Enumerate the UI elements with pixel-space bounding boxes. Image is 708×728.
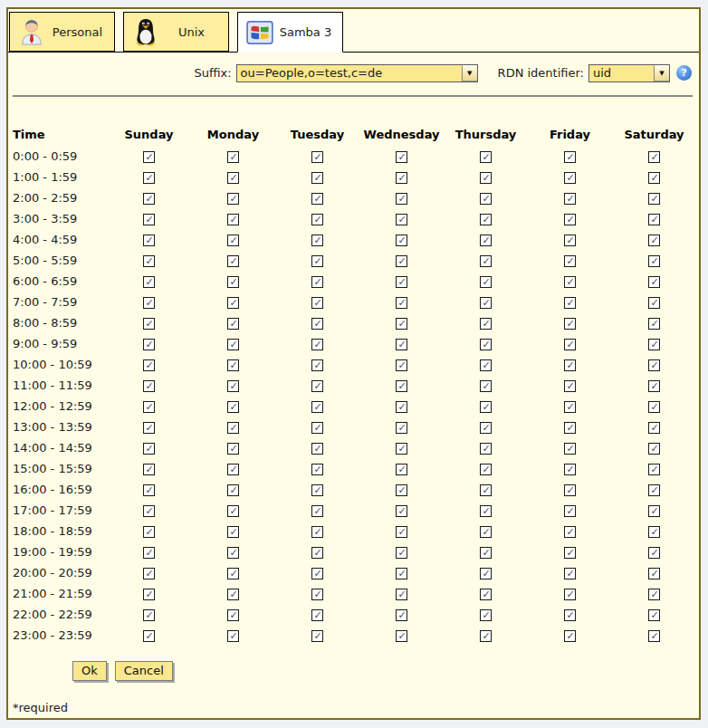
timegrid-checkbox[interactable] xyxy=(143,318,155,330)
timegrid-checkbox[interactable] xyxy=(227,401,239,413)
timegrid-checkbox[interactable] xyxy=(480,422,492,434)
timegrid-checkbox[interactable] xyxy=(227,151,239,163)
rdn-select[interactable]: uid ▼ xyxy=(588,64,670,82)
timegrid-checkbox[interactable] xyxy=(311,464,323,475)
timegrid-checkbox[interactable] xyxy=(648,589,660,600)
timegrid-checkbox[interactable] xyxy=(396,193,407,205)
timegrid-checkbox[interactable] xyxy=(396,235,407,246)
timegrid-checkbox[interactable] xyxy=(564,630,576,642)
timegrid-checkbox[interactable] xyxy=(480,297,492,309)
timegrid-checkbox[interactable] xyxy=(311,630,323,642)
timegrid-checkbox[interactable] xyxy=(480,443,492,455)
timegrid-checkbox[interactable] xyxy=(480,464,492,475)
chevron-down-icon[interactable]: ▼ xyxy=(654,65,669,81)
timegrid-checkbox[interactable] xyxy=(564,172,576,184)
timegrid-checkbox[interactable] xyxy=(311,484,323,496)
timegrid-checkbox[interactable] xyxy=(143,339,155,350)
timegrid-checkbox[interactable] xyxy=(480,193,492,205)
timegrid-checkbox[interactable] xyxy=(564,193,576,205)
timegrid-checkbox[interactable] xyxy=(480,255,492,267)
timegrid-checkbox[interactable] xyxy=(396,276,407,288)
help-icon[interactable]: ? xyxy=(676,65,692,81)
timegrid-checkbox[interactable] xyxy=(396,589,407,600)
timegrid-checkbox[interactable] xyxy=(480,505,492,517)
timegrid-checkbox[interactable] xyxy=(564,401,576,413)
timegrid-checkbox[interactable] xyxy=(648,630,660,642)
timegrid-checkbox[interactable] xyxy=(143,630,155,642)
timegrid-checkbox[interactable] xyxy=(311,443,323,455)
timegrid-checkbox[interactable] xyxy=(311,276,323,288)
timegrid-checkbox[interactable] xyxy=(396,359,407,371)
timegrid-checkbox[interactable] xyxy=(480,151,492,163)
timegrid-checkbox[interactable] xyxy=(648,526,660,538)
timegrid-checkbox[interactable] xyxy=(648,276,660,288)
timegrid-checkbox[interactable] xyxy=(311,505,323,517)
timegrid-checkbox[interactable] xyxy=(396,526,407,538)
timegrid-checkbox[interactable] xyxy=(648,235,660,246)
timegrid-checkbox[interactable] xyxy=(564,422,576,434)
timegrid-checkbox[interactable] xyxy=(480,359,492,371)
timegrid-checkbox[interactable] xyxy=(564,589,576,600)
timegrid-checkbox[interactable] xyxy=(396,422,407,434)
timegrid-checkbox[interactable] xyxy=(227,505,239,517)
timegrid-checkbox[interactable] xyxy=(143,568,155,580)
timegrid-checkbox[interactable] xyxy=(227,235,239,246)
timegrid-checkbox[interactable] xyxy=(648,297,660,309)
timegrid-checkbox[interactable] xyxy=(311,568,323,580)
timegrid-checkbox[interactable] xyxy=(227,484,239,496)
tab-unix[interactable]: Unix xyxy=(123,12,229,52)
timegrid-checkbox[interactable] xyxy=(311,547,323,559)
timegrid-checkbox[interactable] xyxy=(564,505,576,517)
ok-button[interactable]: Ok xyxy=(72,661,107,681)
timegrid-checkbox[interactable] xyxy=(480,568,492,580)
timegrid-checkbox[interactable] xyxy=(396,151,407,163)
timegrid-checkbox[interactable] xyxy=(648,547,660,559)
timegrid-checkbox[interactable] xyxy=(143,359,155,371)
timegrid-checkbox[interactable] xyxy=(648,380,660,392)
timegrid-checkbox[interactable] xyxy=(311,172,323,184)
timegrid-checkbox[interactable] xyxy=(480,526,492,538)
timegrid-checkbox[interactable] xyxy=(227,297,239,309)
timegrid-checkbox[interactable] xyxy=(311,339,323,350)
timegrid-checkbox[interactable] xyxy=(564,359,576,371)
timegrid-checkbox[interactable] xyxy=(648,359,660,371)
timegrid-checkbox[interactable] xyxy=(396,380,407,392)
timegrid-checkbox[interactable] xyxy=(143,214,155,225)
timegrid-checkbox[interactable] xyxy=(143,235,155,246)
cancel-button[interactable]: Cancel xyxy=(115,661,173,681)
timegrid-checkbox[interactable] xyxy=(311,526,323,538)
timegrid-checkbox[interactable] xyxy=(648,609,660,621)
timegrid-checkbox[interactable] xyxy=(311,297,323,309)
timegrid-checkbox[interactable] xyxy=(480,339,492,350)
timegrid-checkbox[interactable] xyxy=(564,276,576,288)
timegrid-checkbox[interactable] xyxy=(648,443,660,455)
timegrid-checkbox[interactable] xyxy=(227,630,239,642)
timegrid-checkbox[interactable] xyxy=(564,318,576,330)
suffix-select[interactable]: ou=People,o=test,c=de ▼ xyxy=(236,64,478,82)
timegrid-checkbox[interactable] xyxy=(480,401,492,413)
timegrid-checkbox[interactable] xyxy=(648,193,660,205)
timegrid-checkbox[interactable] xyxy=(311,422,323,434)
timegrid-checkbox[interactable] xyxy=(564,526,576,538)
timegrid-checkbox[interactable] xyxy=(564,609,576,621)
timegrid-checkbox[interactable] xyxy=(227,172,239,184)
timegrid-checkbox[interactable] xyxy=(396,630,407,642)
timegrid-checkbox[interactable] xyxy=(564,339,576,350)
timegrid-checkbox[interactable] xyxy=(648,339,660,350)
timegrid-checkbox[interactable] xyxy=(143,151,155,163)
timegrid-checkbox[interactable] xyxy=(311,214,323,225)
timegrid-checkbox[interactable] xyxy=(396,609,407,621)
timegrid-checkbox[interactable] xyxy=(311,609,323,621)
timegrid-checkbox[interactable] xyxy=(480,235,492,246)
timegrid-checkbox[interactable] xyxy=(227,568,239,580)
timegrid-checkbox[interactable] xyxy=(396,255,407,267)
timegrid-checkbox[interactable] xyxy=(227,589,239,600)
timegrid-checkbox[interactable] xyxy=(311,318,323,330)
timegrid-checkbox[interactable] xyxy=(227,464,239,475)
timegrid-checkbox[interactable] xyxy=(227,526,239,538)
timegrid-checkbox[interactable] xyxy=(564,484,576,496)
timegrid-checkbox[interactable] xyxy=(227,339,239,350)
timegrid-checkbox[interactable] xyxy=(648,214,660,225)
timegrid-checkbox[interactable] xyxy=(564,568,576,580)
timegrid-checkbox[interactable] xyxy=(143,276,155,288)
